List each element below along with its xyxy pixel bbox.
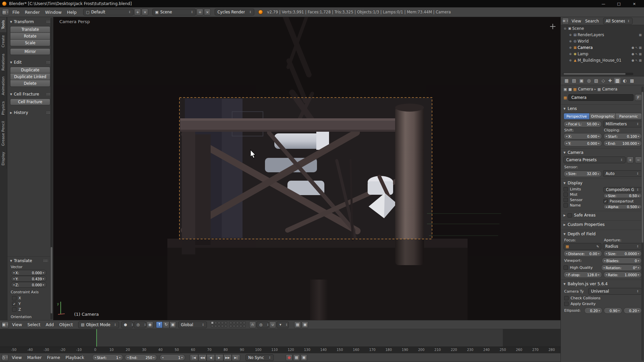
cursor-icon[interactable]: ↖: [635, 52, 638, 56]
toolshelf-scrollbar[interactable]: [50, 18, 53, 319]
pivot-align-toggle[interactable]: ◉: [147, 321, 153, 328]
shelf-tab-create[interactable]: Create: [0, 32, 7, 51]
tab-material[interactable]: ◐: [622, 78, 628, 83]
tab-constraints[interactable]: ◇: [601, 78, 606, 83]
eye-icon[interactable]: ●: [632, 52, 634, 56]
main-menu-file[interactable]: File: [10, 8, 22, 17]
eyedropper-icon[interactable]: ✎: [596, 245, 599, 248]
aperture-blades-field[interactable]: Blades:0: [602, 257, 642, 264]
timeline-menu-marker[interactable]: Marker: [24, 353, 44, 362]
tab-world[interactable]: ◎: [586, 78, 592, 83]
high-quality-checkbox[interactable]: High Quality: [564, 265, 600, 270]
safe-areas-checkbox[interactable]: [568, 213, 572, 218]
tab-render-layers[interactable]: ▤: [571, 78, 577, 83]
tab-render[interactable]: ▦: [564, 78, 570, 83]
duplicate-button[interactable]: Duplicate: [10, 67, 50, 73]
render-icon[interactable]: ▦: [639, 59, 642, 62]
expander-icon[interactable]: ⊕: [568, 59, 573, 62]
rotate-manipulator-button[interactable]: ↻: [163, 321, 169, 328]
pin-icon[interactable]: ▣: [564, 87, 567, 92]
add-scene-button[interactable]: +: [197, 9, 203, 15]
viewport-menu-object[interactable]: Object: [57, 320, 76, 329]
frame-start-field[interactable]: Start:1: [92, 354, 123, 361]
layer-toggle[interactable]: [214, 325, 217, 327]
datablock-name-field[interactable]: Camera: [568, 94, 634, 101]
clip-end-field[interactable]: End:100.000: [603, 140, 642, 146]
scale-button[interactable]: Scale: [10, 40, 50, 46]
constraint-z-checkbox[interactable]: Z: [12, 307, 45, 312]
timeline-canvas[interactable]: [0, 329, 560, 347]
expander-icon[interactable]: ⊖: [563, 27, 567, 30]
play-reverse-button[interactable]: ◀: [207, 354, 215, 361]
outliner-item-label[interactable]: RenderLayers: [578, 33, 604, 37]
editor-type-button-info[interactable]: ▤↕: [2, 9, 9, 15]
aperture-rotation-field[interactable]: Rotation:0°: [601, 264, 642, 271]
layout-dropdown[interactable]: ▢ Default: [83, 9, 133, 15]
av-sync-dropdown[interactable]: No Sync: [246, 354, 274, 361]
layer-toggle[interactable]: [233, 325, 235, 327]
checkbox[interactable]: [12, 296, 16, 300]
clip-start-field[interactable]: Start:0.100: [603, 133, 642, 139]
apply-gravity-checkbox[interactable]: Apply Gravity: [564, 302, 641, 306]
name-checkbox[interactable]: Name: [564, 203, 602, 207]
timeline-menu-view[interactable]: View: [9, 353, 24, 362]
minimize-button[interactable]: —: [596, 0, 611, 7]
outliner-row-camera[interactable]: ⊕▦Camera●↖▦: [561, 44, 644, 51]
viewport-menu-add[interactable]: Add: [43, 320, 56, 329]
panel-header-history[interactable]: History: [7, 109, 53, 116]
main-menu-help[interactable]: Help: [64, 8, 79, 17]
panel-header-babylon[interactable]: Babylon.js ver 5.6.4: [561, 280, 644, 287]
opengl-render-button[interactable]: ▦: [294, 321, 301, 328]
fstop-field[interactable]: F-stop:128.0: [564, 272, 602, 278]
cell-fracture-button[interactable]: Cell Fracture: [10, 99, 50, 105]
perspective-button[interactable]: Perspective: [564, 113, 590, 120]
outliner-row-scene[interactable]: ⊖▣Scene: [561, 25, 644, 32]
translate-button[interactable]: Translate: [10, 26, 50, 33]
lens-unit-dropdown[interactable]: Millimeters: [603, 121, 642, 127]
passepartout-alpha-field[interactable]: Alpha:0.500: [603, 204, 642, 209]
shelf-tab-grease-pencil[interactable]: Grease Pencil: [0, 118, 7, 149]
current-frame-indicator[interactable]: [96, 329, 97, 347]
panel-header-edit[interactable]: Edit: [7, 59, 53, 65]
opengl-render-anim-button[interactable]: ▣: [302, 321, 308, 328]
maximize-button[interactable]: □: [611, 0, 627, 7]
main-menu-render[interactable]: Render: [22, 8, 43, 17]
shelf-tab-physics[interactable]: Physics: [0, 98, 7, 118]
dof-distance-field[interactable]: Distance:0.00: [564, 250, 602, 257]
panel-header-lens[interactable]: Lens: [561, 105, 644, 112]
render-icon[interactable]: ▦: [639, 52, 642, 56]
check-collisions-checkbox[interactable]: Check Collisions: [564, 296, 641, 300]
render-engine-dropdown[interactable]: Cycles Render: [215, 9, 254, 15]
passepartout-checkbox[interactable]: ✓Passepartout: [603, 199, 642, 203]
layer-toggle[interactable]: [239, 321, 242, 324]
panel-header-cell-fracture[interactable]: Cell Fracture: [7, 91, 53, 97]
layer-toggle[interactable]: [224, 321, 227, 324]
expander-icon[interactable]: ⊕: [568, 40, 573, 43]
aperture-type-dropdown[interactable]: Radius: [603, 243, 642, 250]
constraint-x-checkbox[interactable]: X: [12, 296, 45, 300]
eye-icon[interactable]: ▦: [639, 33, 642, 37]
scene-dropdown[interactable]: ▣ Scene: [152, 9, 196, 15]
outliner-row-world[interactable]: ⊕◎World: [561, 38, 644, 44]
shelf-tab-relations[interactable]: Relations: [0, 51, 7, 74]
tab-object[interactable]: ▧: [593, 78, 599, 83]
ellipsoid-z-field[interactable]: 0.20: [624, 307, 642, 314]
outliner-row-lamp[interactable]: ⊕◉Lamp●↖▦: [561, 51, 644, 57]
shelf-tab-tools[interactable]: Tools: [0, 17, 7, 32]
scrollbar-thumb[interactable]: [642, 92, 643, 243]
limits-checkbox[interactable]: Limits: [564, 187, 602, 191]
editor-type-button-timeline[interactable]: ◷↕: [2, 354, 8, 361]
checkbox-checked[interactable]: ✓: [12, 302, 16, 306]
orthographic-button[interactable]: Orthographic: [590, 113, 615, 120]
translate-y-field[interactable]: Y:0.439: [11, 276, 47, 282]
cursor-icon[interactable]: ↖: [635, 46, 638, 49]
panel-header-translate[interactable]: Translate: [7, 257, 50, 264]
delete-scene-button[interactable]: ×: [204, 9, 211, 15]
tab-data[interactable]: ▥: [614, 78, 620, 83]
viewport-menu-view[interactable]: View: [9, 320, 25, 329]
frame-end-field[interactable]: End:250: [125, 354, 157, 361]
delete-layout-button[interactable]: ×: [142, 9, 148, 15]
outliner-item-label[interactable]: Camera: [578, 45, 593, 50]
add-layout-button[interactable]: +: [134, 9, 141, 15]
translate-manipulator-button[interactable]: ↑: [156, 321, 163, 328]
